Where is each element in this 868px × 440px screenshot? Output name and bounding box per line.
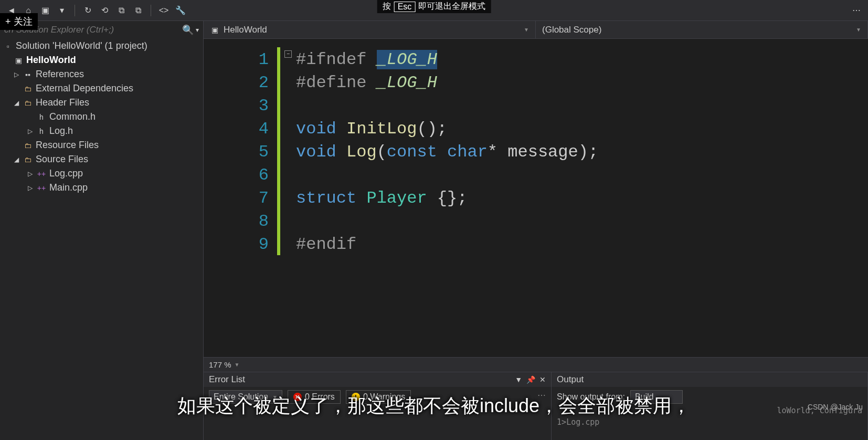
line-number: 7 <box>204 187 269 210</box>
line-number: 4 <box>204 118 269 141</box>
overflow-icon[interactable]: ⋯ <box>850 4 863 17</box>
fold-column: − <box>280 39 296 357</box>
nav-right-label: (Global Scope) <box>542 25 601 35</box>
folder-icon: 🗀 <box>23 98 33 108</box>
paste-icon[interactable]: ⧉ <box>132 4 144 17</box>
line-number-gutter: 1 2 3 4 5 6 7 8 9 <box>204 39 277 357</box>
zoom-bar: 177 % ▼ <box>204 357 868 372</box>
output-source-dropdown[interactable]: Build <box>630 390 683 404</box>
error-icon: ✕ <box>293 393 302 401</box>
new-item-icon[interactable]: ▣ <box>39 4 51 17</box>
panel-title: Output <box>557 374 862 385</box>
copy-icon[interactable]: ⧉ <box>115 4 128 17</box>
warnings-count: 0 Warnings <box>363 392 405 402</box>
expander-icon[interactable]: ▷ <box>26 170 34 177</box>
navigation-bar: ▣ HelloWorld ▼ (Global Scope) ▼ <box>204 21 868 39</box>
node-label: External Dependencies <box>36 83 133 94</box>
search-icon[interactable]: 🔍 <box>182 24 194 36</box>
search-dropdown-icon[interactable]: ▾ <box>196 26 199 34</box>
line-number: 1 <box>204 48 269 71</box>
overflow-icon[interactable]: ⋯ <box>537 390 546 400</box>
project-icon: ▣ <box>210 25 219 35</box>
refresh-icon[interactable]: ⟲ <box>98 4 111 17</box>
node-label: Resource Files <box>36 140 99 151</box>
output-line: 1>Log.cpp <box>557 417 862 427</box>
expander-icon[interactable]: ▷ <box>13 71 20 78</box>
resource-files-node[interactable]: 🗀 Resource Files <box>0 138 203 152</box>
expander-icon[interactable]: ◢ <box>13 99 20 107</box>
watermark: CSDN @Jack Ju <box>808 403 863 411</box>
source-files-node[interactable]: ◢ 🗀 Source Files <box>0 152 203 166</box>
scope-label: Entire Solution <box>214 392 268 402</box>
project-label: HelloWorld <box>26 55 76 66</box>
references-node[interactable]: ▷ ▪▪ References <box>0 67 203 81</box>
expander-icon[interactable]: ▷ <box>26 184 34 192</box>
warnings-filter-button[interactable]: ! 0 Warnings <box>346 390 411 404</box>
separator <box>151 5 151 16</box>
hint-pre: 按 <box>383 1 391 12</box>
errors-count: 0 Errors <box>305 392 335 402</box>
chevron-down-icon: ▼ <box>856 27 861 33</box>
external-deps-node[interactable]: 🗀 External Dependencies <box>0 81 203 96</box>
cpp-file-icon: ++ <box>37 169 46 179</box>
expander-icon[interactable]: ◢ <box>13 156 20 163</box>
node-label: Source Files <box>36 154 88 165</box>
expander-icon[interactable]: ▷ <box>26 128 34 135</box>
file-node-main-cpp[interactable]: ▷ ++ Main.cpp <box>0 181 203 195</box>
solution-node[interactable]: ▫ Solution 'HelloWorld' (1 project) <box>0 39 203 53</box>
nav-left-label: HelloWorld <box>224 25 267 35</box>
h-file-icon: h <box>37 112 46 122</box>
references-icon: ▪▪ <box>23 70 33 79</box>
line-number: 3 <box>204 95 269 118</box>
wrench-icon[interactable]: 🔧 <box>174 4 187 17</box>
file-label: Log.cpp <box>49 168 83 179</box>
zoom-level[interactable]: 177 % <box>209 360 231 369</box>
follow-button[interactable]: + 关注 <box>0 13 38 30</box>
pin-icon[interactable]: 📌 <box>526 375 535 384</box>
file-node-common-h[interactable]: h Common.h <box>0 110 203 124</box>
solution-icon: ▫ <box>3 41 13 51</box>
h-file-icon: h <box>37 127 46 136</box>
error-list-panel: Error List ▼ 📌 ✕ Entire Solution ▼ ✕ 0 E… <box>204 372 552 440</box>
node-label: Header Files <box>36 97 89 108</box>
file-node-log-h[interactable]: ▷ h Log.h <box>0 124 203 138</box>
line-number: 9 <box>204 233 269 256</box>
output-source-label: Build <box>635 392 654 402</box>
file-label: Log.h <box>49 125 73 137</box>
file-label: Main.cpp <box>49 182 88 193</box>
follow-label: + 关注 <box>5 15 33 28</box>
dropdown-icon[interactable]: ▼ <box>515 375 522 384</box>
history-icon[interactable]: ↻ <box>81 4 94 17</box>
errors-filter-button[interactable]: ✕ 0 Errors <box>288 390 341 404</box>
folder-icon: 🗀 <box>23 84 33 93</box>
warning-icon: ! <box>352 393 360 401</box>
code-content[interactable]: #ifndef _LOG_H #define _LOG_H void InitL… <box>296 39 868 357</box>
node-label: References <box>36 69 84 80</box>
fullscreen-hint-overlay: 按 Esc 即可退出全屏模式 <box>377 0 491 13</box>
bottom-panels: Error List ▼ 📌 ✕ Entire Solution ▼ ✕ 0 E… <box>204 372 868 440</box>
solution-tree: ▫ Solution 'HelloWorld' (1 project) ▣ He… <box>0 39 203 440</box>
close-icon[interactable]: ✕ <box>539 375 546 384</box>
editor-zone: ▣ HelloWorld ▼ (Global Scope) ▼ 1 2 3 4 … <box>204 21 868 440</box>
cpp-file-icon: ++ <box>37 183 46 193</box>
line-number: 2 <box>204 71 269 95</box>
line-number: 5 <box>204 141 269 164</box>
solution-label: Solution 'HelloWorld' (1 project) <box>16 40 147 51</box>
chevron-down-icon: ▼ <box>272 394 278 400</box>
header-files-node[interactable]: ◢ 🗀 Header Files <box>0 96 203 110</box>
project-node[interactable]: ▣ HelloWorld <box>0 53 203 67</box>
project-scope-dropdown[interactable]: ▣ HelloWorld ▼ <box>204 21 536 38</box>
code-editor[interactable]: 1 2 3 4 5 6 7 8 9 − #ifndef _LOG_H #defi… <box>204 39 868 357</box>
separator <box>75 5 75 16</box>
folder-icon: 🗀 <box>23 141 33 150</box>
solution-explorer-panel: 🔍 ▾ ▫ Solution 'HelloWorld' (1 project) … <box>0 21 204 440</box>
dropdown-icon[interactable]: ▾ <box>56 4 68 17</box>
member-scope-dropdown[interactable]: (Global Scope) ▼ <box>536 21 868 38</box>
code-icon[interactable]: <> <box>157 4 170 17</box>
chevron-down-icon[interactable]: ▼ <box>235 362 240 368</box>
file-node-log-cpp[interactable]: ▷ ++ Log.cpp <box>0 166 203 181</box>
scope-filter-dropdown[interactable]: Entire Solution ▼ <box>209 390 282 404</box>
project-icon: ▣ <box>14 56 23 65</box>
file-label: Common.h <box>49 111 96 122</box>
fold-toggle[interactable]: − <box>284 50 292 58</box>
